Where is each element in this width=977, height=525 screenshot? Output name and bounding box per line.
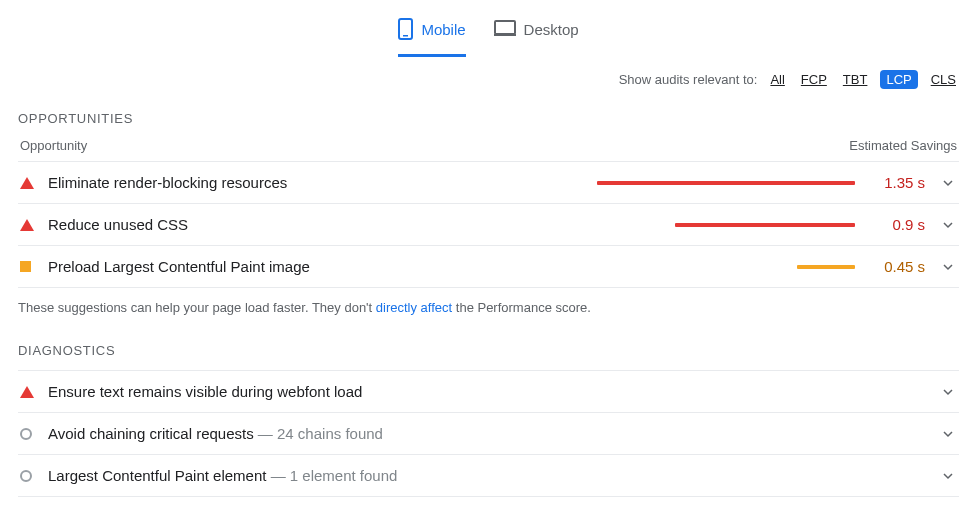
chevron-down-icon[interactable] — [939, 177, 957, 189]
opportunity-title: Preload Largest Contentful Paint image — [48, 258, 571, 275]
square-orange-icon — [20, 261, 31, 272]
savings-value: 0.45 s — [869, 258, 925, 275]
opportunities-columns: Opportunity Estimated Savings — [18, 138, 959, 153]
svg-rect-1 — [403, 35, 408, 37]
savings-bar-track — [585, 181, 855, 185]
filter-fcp[interactable]: FCP — [798, 71, 830, 88]
opportunity-title: Eliminate render-blocking resources — [48, 174, 571, 191]
diagnostic-title: Largest Contentful Paint element — 1 ele… — [48, 467, 925, 484]
desktop-icon — [494, 20, 516, 38]
diagnostics-heading: DIAGNOSTICS — [18, 343, 959, 358]
diagnostic-title: Ensure text remains visible during webfo… — [48, 383, 925, 400]
opportunity-row[interactable]: Eliminate render-blocking resources1.35 … — [18, 161, 959, 203]
tab-desktop[interactable]: Desktop — [494, 18, 579, 57]
chevron-down-icon[interactable] — [939, 261, 957, 273]
diagnostic-row[interactable]: Ensure text remains visible during webfo… — [18, 370, 959, 412]
diagnostic-subtitle: — 24 chains found — [258, 425, 383, 442]
opportunity-row[interactable]: Preload Largest Contentful Paint image0.… — [18, 245, 959, 288]
filter-cls[interactable]: CLS — [928, 71, 959, 88]
chevron-down-icon[interactable] — [939, 219, 957, 231]
diagnostics-list: Ensure text remains visible during webfo… — [18, 370, 959, 497]
savings-bar-track — [585, 265, 855, 269]
savings-value: 0.9 s — [869, 216, 925, 233]
chevron-down-icon[interactable] — [939, 386, 957, 398]
savings-value: 1.35 s — [869, 174, 925, 191]
svg-rect-3 — [494, 34, 516, 36]
triangle-red-icon — [20, 177, 34, 189]
filter-lcp[interactable]: LCP — [880, 70, 917, 89]
audit-filter-row: Show audits relevant to: AllFCPTBTLCPCLS — [18, 58, 959, 93]
diagnostic-row[interactable]: Largest Contentful Paint element — 1 ele… — [18, 454, 959, 497]
savings-bar — [797, 265, 855, 269]
triangle-red-icon — [20, 386, 34, 398]
filter-all[interactable]: All — [767, 71, 787, 88]
savings-bar-track — [585, 223, 855, 227]
tab-label: Mobile — [421, 21, 465, 38]
directly-affect-link[interactable]: directly affect — [376, 300, 452, 315]
circle-gray-icon — [20, 428, 32, 440]
device-tabs: Mobile Desktop — [0, 0, 977, 58]
col-savings: Estimated Savings — [849, 138, 957, 153]
filter-options: AllFCPTBTLCPCLS — [767, 70, 959, 89]
opportunity-title: Reduce unused CSS — [48, 216, 571, 233]
opportunities-note: These suggestions can help your page loa… — [18, 300, 959, 315]
opportunity-row[interactable]: Reduce unused CSS0.9 s — [18, 203, 959, 245]
diagnostic-title: Avoid chaining critical requests — 24 ch… — [48, 425, 925, 442]
opportunities-heading: OPPORTUNITIES — [18, 111, 959, 126]
mobile-icon — [398, 18, 413, 40]
chevron-down-icon[interactable] — [939, 428, 957, 440]
savings-bar — [597, 181, 855, 185]
tab-label: Desktop — [524, 21, 579, 38]
filter-label: Show audits relevant to: — [619, 72, 758, 87]
filter-tbt[interactable]: TBT — [840, 71, 871, 88]
col-opportunity: Opportunity — [20, 138, 87, 153]
diagnostic-subtitle: — 1 element found — [271, 467, 398, 484]
circle-gray-icon — [20, 470, 32, 482]
opportunities-list: Eliminate render-blocking resources1.35 … — [18, 161, 959, 288]
triangle-red-icon — [20, 219, 34, 231]
diagnostic-row[interactable]: Avoid chaining critical requests — 24 ch… — [18, 412, 959, 454]
svg-rect-2 — [495, 21, 515, 34]
tab-mobile[interactable]: Mobile — [398, 18, 465, 57]
chevron-down-icon[interactable] — [939, 470, 957, 482]
savings-bar — [675, 223, 855, 227]
